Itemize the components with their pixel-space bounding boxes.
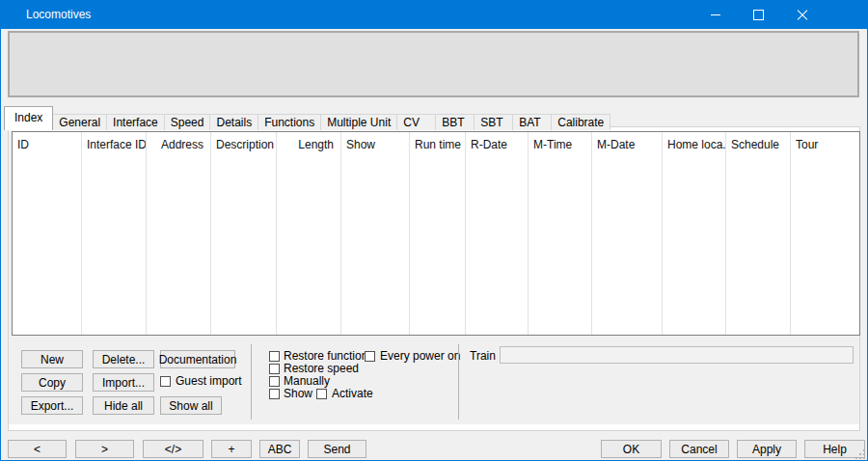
- tab-bat[interactable]: BAT: [512, 114, 552, 130]
- tab-details[interactable]: Details: [209, 114, 258, 130]
- restore-speed-checkbox[interactable]: [269, 364, 280, 374]
- column-header-description[interactable]: Description: [211, 132, 276, 151]
- column-id: ID: [13, 132, 82, 335]
- code-button[interactable]: </>: [143, 440, 203, 458]
- minimize-icon: [711, 14, 720, 15]
- activate-checkbox[interactable]: [316, 389, 327, 399]
- manually-checkbox[interactable]: [269, 376, 280, 387]
- tab-index[interactable]: Index: [4, 106, 53, 130]
- column-header-m-time[interactable]: M-Time: [529, 132, 591, 151]
- documentation-button[interactable]: Documentation: [160, 350, 235, 368]
- restore-functions-checkbox[interactable]: [269, 351, 280, 362]
- import-button[interactable]: Import...: [93, 373, 154, 392]
- column-address: Address: [147, 132, 211, 335]
- tab-bbt[interactable]: BBT: [435, 114, 475, 130]
- tab-cv[interactable]: CV: [396, 114, 436, 130]
- column-home-location: Home loca...: [663, 132, 726, 335]
- every-power-on-label: Every power on: [380, 350, 460, 363]
- ok-button[interactable]: OK: [601, 440, 662, 458]
- column-schedule: Schedule: [726, 132, 791, 335]
- maximize-icon: [753, 10, 764, 20]
- abc-button[interactable]: ABC: [259, 440, 300, 458]
- column-header-address[interactable]: Address: [147, 132, 210, 151]
- minimize-button[interactable]: [693, 1, 737, 29]
- preview-box: [8, 31, 859, 97]
- tab-speed[interactable]: Speed: [164, 114, 211, 130]
- column-header-id[interactable]: ID: [13, 132, 81, 151]
- cancel-button[interactable]: Cancel: [669, 440, 729, 458]
- window-title: Locomotives: [26, 1, 91, 29]
- resize-grip-icon[interactable]: [855, 449, 867, 461]
- tab-multiple-unit[interactable]: Multiple Unit: [320, 114, 397, 130]
- every-power-on-checkbox[interactable]: [365, 351, 375, 362]
- train-label: Train: [470, 349, 496, 363]
- column-header-interface-id[interactable]: Interface ID: [82, 132, 146, 151]
- column-m-time: M-Time: [529, 132, 592, 335]
- column-description: Description: [211, 132, 277, 335]
- column-show: Show: [341, 132, 410, 335]
- column-header-schedule[interactable]: Schedule: [726, 132, 790, 151]
- column-header-tour[interactable]: Tour: [791, 132, 859, 151]
- column-run-time: Run time: [410, 132, 466, 335]
- tab-sbt[interactable]: SBT: [474, 114, 513, 130]
- close-icon: [797, 10, 808, 21]
- column-r-date: R-Date: [466, 132, 529, 335]
- panel-bottom-strip: [9, 424, 859, 430]
- maximize-button[interactable]: [737, 1, 780, 29]
- tab-strip: Index General Interface Speed Details Fu…: [4, 106, 610, 130]
- column-interface-id: Interface ID: [82, 132, 147, 335]
- prev-button[interactable]: <: [8, 440, 67, 458]
- column-header-run-time[interactable]: Run time: [410, 132, 465, 151]
- export-button[interactable]: Export...: [21, 396, 83, 415]
- guest-import-label: Guest import: [176, 375, 242, 388]
- copy-button[interactable]: Copy: [21, 373, 83, 392]
- show-checkbox[interactable]: [269, 389, 280, 399]
- delete-button[interactable]: Delete...: [93, 350, 154, 368]
- next-button[interactable]: >: [75, 440, 134, 458]
- show-all-button[interactable]: Show all: [160, 396, 222, 415]
- tab-calibrate[interactable]: Calibrate: [551, 114, 610, 130]
- divider-right: [458, 344, 459, 420]
- tab-interface[interactable]: Interface: [106, 114, 165, 130]
- train-input[interactable]: [500, 346, 854, 364]
- activate-label: Activate: [332, 388, 373, 400]
- column-header-show[interactable]: Show: [341, 132, 409, 151]
- hide-all-button[interactable]: Hide all: [93, 396, 154, 415]
- column-header-home-location[interactable]: Home loca...: [663, 132, 725, 151]
- divider-left: [251, 344, 252, 420]
- show-label: Show: [284, 388, 312, 400]
- column-header-r-date[interactable]: R-Date: [466, 132, 528, 151]
- column-length: Length: [277, 132, 341, 335]
- add-button[interactable]: +: [211, 440, 252, 458]
- column-tour: Tour: [791, 132, 859, 335]
- tab-functions[interactable]: Functions: [258, 114, 321, 130]
- column-m-date: M-Date: [592, 132, 663, 335]
- new-button[interactable]: New: [21, 350, 83, 368]
- column-header-length[interactable]: Length: [277, 132, 340, 151]
- list-columns: ID Interface ID Address Description Leng…: [13, 132, 859, 335]
- title-bar[interactable]: Locomotives: [1, 1, 867, 29]
- apply-button[interactable]: Apply: [737, 440, 797, 458]
- locomotives-dialog: Locomotives Index General Interface Spee…: [0, 0, 868, 461]
- send-button[interactable]: Send: [308, 440, 366, 458]
- tab-general[interactable]: General: [52, 114, 107, 130]
- close-button[interactable]: [780, 1, 824, 29]
- column-header-m-date[interactable]: M-Date: [592, 132, 662, 151]
- guest-import-checkbox[interactable]: [160, 376, 171, 387]
- locomotive-list[interactable]: ID Interface ID Address Description Leng…: [12, 131, 860, 336]
